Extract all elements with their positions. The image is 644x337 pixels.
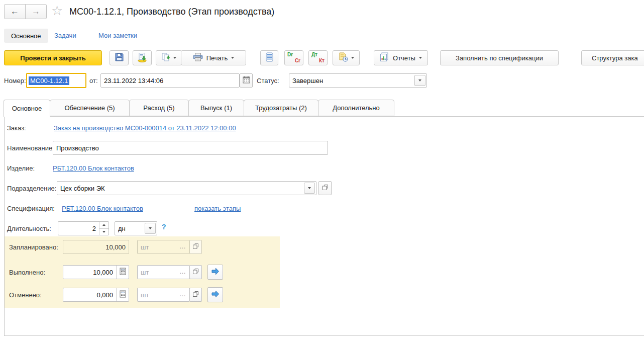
report-chart-icon bbox=[380, 52, 389, 63]
nav-item-my-notes[interactable]: Мои заметки bbox=[98, 32, 137, 40]
post-and-close-button[interactable]: Провести и закрыть bbox=[4, 50, 102, 65]
date-input[interactable] bbox=[100, 73, 240, 88]
number-label: Номер: bbox=[4, 77, 26, 85]
document-movements-button[interactable] bbox=[333, 50, 360, 65]
order-structure-button[interactable]: Структура зака bbox=[581, 50, 644, 65]
chevron-down-icon bbox=[418, 79, 421, 81]
post-document-button[interactable] bbox=[133, 50, 152, 65]
tab-strip: Основное Обеспечение (5) Расход (5) Выпу… bbox=[4, 100, 394, 117]
page-title: МС00-1.12.1, Производство (Этап производ… bbox=[69, 7, 274, 17]
dtkt-entries-button[interactable]: Дт Кт bbox=[308, 50, 328, 65]
chevron-down-icon bbox=[419, 57, 422, 59]
tab-main[interactable]: Основное bbox=[4, 100, 50, 117]
save-button[interactable] bbox=[110, 50, 129, 65]
calendar-icon bbox=[243, 76, 250, 85]
etap-proizvodstva-window: ← → ☆ МС00-1.12.1, Производство (Этап пр… bbox=[0, 0, 644, 337]
chevron-down-icon bbox=[351, 57, 354, 59]
status-label: Статус: bbox=[257, 77, 279, 85]
history-nav-group: ← → bbox=[4, 4, 47, 19]
forward-button[interactable]: → bbox=[25, 4, 47, 19]
print-button[interactable]: Печать bbox=[181, 50, 246, 65]
back-button[interactable]: ← bbox=[4, 4, 26, 19]
chevron-down-icon bbox=[231, 57, 234, 59]
dr-cr-icon: Dr Cr bbox=[287, 52, 300, 63]
back-arrow-icon: ← bbox=[11, 7, 19, 17]
favorite-star-icon[interactable]: ☆ bbox=[51, 3, 63, 19]
status-select[interactable] bbox=[289, 73, 427, 88]
date-label: от: bbox=[89, 77, 98, 85]
save-icon bbox=[115, 52, 124, 63]
tab-labor[interactable]: Трудозатраты (2) bbox=[244, 100, 318, 116]
number-input[interactable]: МС00-1.12.1 bbox=[26, 73, 86, 88]
register-records-button[interactable] bbox=[260, 50, 278, 65]
tab-content-panel bbox=[4, 116, 644, 336]
tab-additional[interactable]: Дополнительно bbox=[318, 100, 394, 116]
post-document-icon bbox=[137, 52, 147, 64]
reports-label: Отчеты bbox=[393, 54, 415, 62]
dt-kt-icon: Дт Кт bbox=[311, 52, 325, 63]
drcr-entries-button[interactable]: Dr Cr bbox=[284, 50, 303, 65]
calendar-button[interactable] bbox=[240, 73, 253, 88]
copy-document-icon bbox=[161, 53, 171, 63]
number-value-selected: МС00-1.12.1 bbox=[29, 76, 69, 85]
print-label: Печать bbox=[206, 54, 228, 62]
status-dropdown-button[interactable] bbox=[414, 75, 425, 86]
nav-item-main[interactable]: Основное bbox=[4, 29, 48, 43]
create-based-on-button[interactable] bbox=[156, 50, 182, 65]
tab-consumption[interactable]: Расход (5) bbox=[129, 100, 189, 116]
printer-icon bbox=[193, 53, 203, 63]
reports-button[interactable]: Отчеты bbox=[374, 50, 428, 65]
tab-provision[interactable]: Обеспечение (5) bbox=[50, 100, 130, 116]
chevron-down-icon bbox=[173, 57, 176, 59]
forward-arrow-icon: → bbox=[32, 7, 40, 17]
fill-by-specification-button[interactable]: Заполнить по спецификации bbox=[440, 50, 559, 65]
tab-output[interactable]: Выпуск (1) bbox=[188, 100, 244, 116]
register-list-icon bbox=[266, 52, 273, 63]
document-clock-icon bbox=[338, 52, 349, 63]
nav-item-tasks[interactable]: Задачи bbox=[54, 32, 76, 40]
